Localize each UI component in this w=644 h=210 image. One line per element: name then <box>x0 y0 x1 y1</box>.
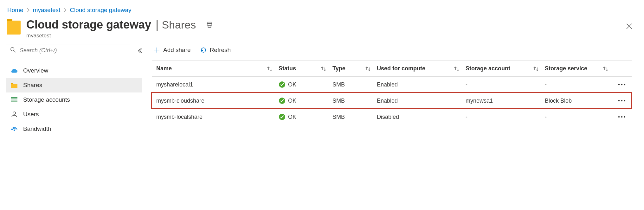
svg-point-15 <box>618 84 620 85</box>
right-column: Add share Refresh Name Status <box>152 44 638 136</box>
table-row[interactable]: mysmb-localshare OK SMB Disabled - - <box>152 109 632 125</box>
chevron-right-icon <box>27 8 30 12</box>
add-share-button[interactable]: Add share <box>154 47 191 54</box>
svg-point-3 <box>11 48 14 51</box>
breadcrumb-link-resource[interactable]: myasetest <box>33 7 61 14</box>
page-header: Cloud storage gateway | Shares myasetest <box>7 18 638 39</box>
sort-icon[interactable] <box>365 66 371 71</box>
cell-type: SMB <box>332 114 345 120</box>
folder-small-icon <box>10 83 18 88</box>
column-header-service[interactable]: Storage service <box>545 65 587 72</box>
nav-item-shares[interactable]: Shares <box>6 78 142 92</box>
svg-point-16 <box>621 84 622 85</box>
column-header-status[interactable]: Status <box>279 65 296 72</box>
sort-icon[interactable] <box>533 66 539 71</box>
print-icon[interactable] <box>206 21 213 28</box>
svg-point-25 <box>624 116 625 118</box>
svg-rect-5 <box>11 83 13 84</box>
folder-icon <box>7 21 21 35</box>
cell-name: mysmb-cloudshare <box>156 98 204 104</box>
close-icon[interactable] <box>623 21 635 32</box>
nav-item-label: Users <box>23 111 39 118</box>
toolbar-label: Refresh <box>210 47 231 54</box>
table-row[interactable]: mysmb-cloudshare OK SMB Enabled mynewsa1… <box>152 92 632 109</box>
nav-item-users[interactable]: Users <box>6 107 142 122</box>
nav-item-label: Overview <box>23 67 48 74</box>
svg-rect-2 <box>208 25 211 27</box>
cell-status: OK <box>288 81 296 88</box>
breadcrumb-link-gateway[interactable]: Cloud storage gateway <box>70 7 131 14</box>
cell-account: - <box>466 81 467 88</box>
cell-compute: Disabled <box>377 114 399 120</box>
nav-list: Overview Shares Storage accounts Users <box>6 63 142 136</box>
left-column: Overview Shares Storage accounts Users <box>6 44 152 136</box>
row-more-icon[interactable] <box>615 116 628 118</box>
svg-point-24 <box>621 116 622 118</box>
cell-service: Block Blob <box>545 98 572 104</box>
table-row[interactable]: mysharelocal1 OK SMB Enabled - - <box>152 76 632 92</box>
storage-icon <box>10 97 18 102</box>
svg-point-10 <box>13 112 16 114</box>
svg-point-20 <box>621 100 622 101</box>
column-header-type[interactable]: Type <box>332 65 345 72</box>
nav-item-storage-accounts[interactable]: Storage accounts <box>6 92 142 107</box>
cell-service: - <box>545 81 547 88</box>
cell-compute: Enabled <box>377 81 398 88</box>
cell-type: SMB <box>332 98 345 104</box>
chevron-right-icon <box>63 8 67 12</box>
search-box[interactable] <box>6 44 130 57</box>
toolbar: Add share Refresh <box>152 44 632 59</box>
svg-rect-7 <box>11 99 17 102</box>
svg-point-19 <box>618 100 620 101</box>
cell-account: - <box>466 114 467 120</box>
sort-icon[interactable] <box>267 66 273 71</box>
collapse-sidebar-icon[interactable] <box>137 48 142 54</box>
cell-name: mysmb-localshare <box>156 114 203 120</box>
row-more-icon[interactable] <box>615 99 628 102</box>
svg-point-17 <box>624 84 625 85</box>
nav-item-label: Shares <box>23 82 42 89</box>
breadcrumb-link-home[interactable]: Home <box>7 7 23 14</box>
cell-service: - <box>545 114 547 120</box>
row-more-icon[interactable] <box>615 83 628 86</box>
status-ok-icon <box>279 113 286 120</box>
plus-icon <box>154 47 160 53</box>
shares-table: Name Status Type <box>152 60 632 125</box>
svg-line-4 <box>14 51 16 52</box>
cell-status: OK <box>288 114 296 120</box>
page-subtitle: myasetest <box>26 33 213 39</box>
column-header-account[interactable]: Storage account <box>466 65 510 72</box>
nav-item-label: Storage accounts <box>23 96 70 103</box>
cloud-icon <box>10 68 18 73</box>
cell-name: mysharelocal1 <box>156 81 193 88</box>
svg-point-11 <box>14 130 15 131</box>
content: Overview Shares Storage accounts Users <box>6 44 638 136</box>
refresh-button[interactable]: Refresh <box>200 47 231 54</box>
user-icon <box>10 111 18 118</box>
cell-type: SMB <box>332 81 345 88</box>
bandwidth-icon <box>10 126 18 131</box>
title-wrap: Cloud storage gateway | Shares myasetest <box>26 18 213 39</box>
nav-item-bandwidth[interactable]: Bandwidth <box>6 122 142 136</box>
sort-icon[interactable] <box>602 66 609 71</box>
sort-icon[interactable] <box>320 66 327 71</box>
table-header: Name Status Type <box>152 60 632 76</box>
cell-account: mynewsa1 <box>466 98 493 104</box>
status-ok-icon <box>279 81 286 88</box>
search-icon <box>10 47 16 54</box>
sort-icon[interactable] <box>454 66 460 71</box>
svg-rect-6 <box>11 97 17 99</box>
page-section: Shares <box>162 19 196 31</box>
svg-point-21 <box>624 100 625 101</box>
search-input[interactable] <box>19 47 126 54</box>
svg-point-23 <box>618 116 620 118</box>
breadcrumb: Home myasetest Cloud storage gateway <box>7 7 638 14</box>
column-header-name[interactable]: Name <box>156 65 172 72</box>
cell-compute: Enabled <box>377 98 398 104</box>
title-separator: | <box>156 18 158 31</box>
toolbar-label: Add share <box>163 47 191 54</box>
nav-item-label: Bandwidth <box>23 125 51 132</box>
column-header-compute[interactable]: Used for compute <box>377 65 425 72</box>
nav-item-overview[interactable]: Overview <box>6 63 142 78</box>
status-ok-icon <box>279 97 286 104</box>
